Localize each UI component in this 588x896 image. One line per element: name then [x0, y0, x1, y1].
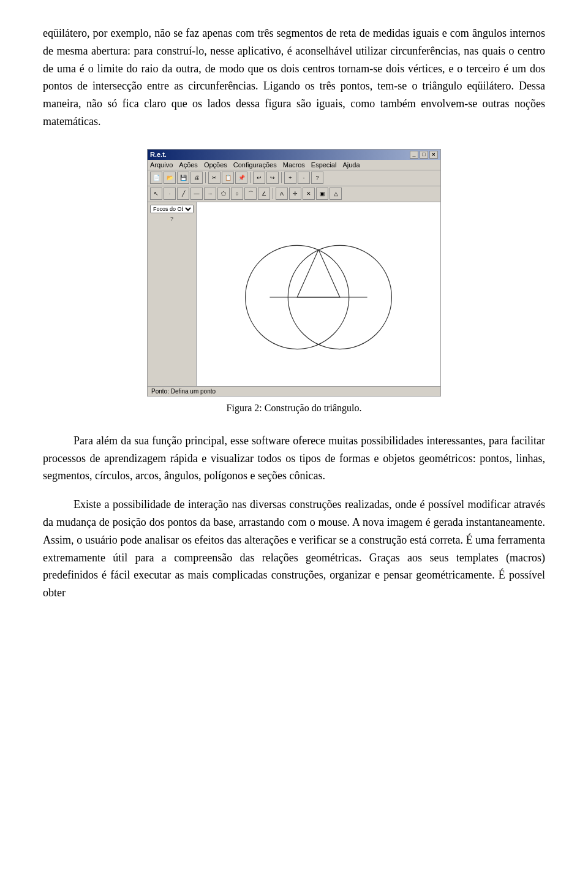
object-focus-select[interactable]: Focos do Objeto — [150, 205, 194, 213]
toolbar-btn-triangle[interactable]: △ — [330, 188, 342, 200]
toolbar-btn-save[interactable]: 💾 — [177, 172, 189, 184]
toolbar-btn-paste[interactable]: 📌 — [235, 172, 247, 184]
app-menu-bar: Arquivo Ações Opções Configurações Macro… — [148, 160, 440, 170]
toolbar-btn-redo[interactable]: ↪ — [266, 172, 279, 184]
toolbar-btn-circle[interactable]: ○ — [231, 188, 243, 200]
maximize-button[interactable]: □ — [420, 151, 428, 159]
app-title-bar: R.e.t. _ □ × — [148, 150, 440, 160]
toolbar-row-1: 📄 📂 💾 🖨 ✂ 📋 📌 ↩ ↪ + - ? — [148, 170, 440, 186]
close-button[interactable]: × — [429, 151, 438, 159]
toolbar-btn-arc[interactable]: ⌒ — [244, 188, 257, 200]
toolbar-btn-angle[interactable]: ∠ — [258, 188, 270, 200]
figure-2: R.e.t. _ □ × Arquivo Ações Opções Config… — [147, 149, 441, 414]
toolbar-btn-delete[interactable]: ✕ — [303, 188, 315, 200]
paragraph-3: Existe a possibilidade de interação nas … — [43, 496, 545, 602]
menu-ajuda[interactable]: Ajuda — [342, 161, 360, 169]
toolbar-btn-polygon[interactable]: ⬠ — [217, 188, 230, 200]
paragraph-2: Para além da sua função principal, esse … — [43, 432, 545, 485]
app-title: R.e.t. — [150, 151, 167, 158]
title-bar-buttons: _ □ × — [410, 151, 438, 159]
sidebar-panel: Focos do Objeto ? — [148, 202, 197, 386]
app-body: Focos do Objeto ? — [148, 202, 440, 386]
toolbar-btn-text[interactable]: A — [276, 188, 288, 200]
toolbar-sep-2 — [250, 172, 251, 183]
menu-acoes[interactable]: Ações — [179, 161, 198, 169]
toolbar-sep-4 — [273, 188, 273, 199]
toolbar-btn-cut[interactable]: ✂ — [208, 172, 221, 184]
app-window: R.e.t. _ □ × Arquivo Ações Opções Config… — [147, 149, 441, 397]
toolbar-btn-ray[interactable]: → — [204, 188, 216, 200]
main-content: eqüilátero, por exemplo, não se faz apen… — [43, 25, 545, 602]
toolbar-btn-segment[interactable]: — — [190, 188, 203, 200]
minimize-button[interactable]: _ — [410, 151, 418, 159]
drawing-canvas[interactable] — [197, 202, 440, 386]
toolbar-sep-1 — [205, 172, 206, 183]
toolbar-row-2: ↖ · ╱ — → ⬠ ○ ⌒ ∠ A ✛ ✕ ▣ △ — [148, 186, 440, 202]
menu-configuracoes[interactable]: Configurações — [233, 161, 277, 169]
menu-arquivo[interactable]: Arquivo — [150, 161, 173, 169]
svg-marker-2 — [297, 249, 340, 297]
toolbar-btn-fill[interactable]: ▣ — [316, 188, 328, 200]
toolbar-btn-pointer[interactable]: ↖ — [150, 188, 162, 200]
toolbar-btn-undo[interactable]: ↩ — [253, 172, 265, 184]
menu-especial[interactable]: Especial — [311, 161, 337, 169]
toolbar-btn-zoom-out[interactable]: - — [298, 172, 310, 184]
menu-macros[interactable]: Macros — [283, 161, 305, 169]
toolbar-btn-zoom-in[interactable]: + — [284, 172, 296, 184]
toolbar-btn-help[interactable]: ? — [311, 172, 323, 184]
toolbar-btn-new[interactable]: 📄 — [150, 172, 162, 184]
toolbar-sep-3 — [281, 172, 282, 183]
figure-caption: Figura 2: Construção do triângulo. — [227, 403, 362, 414]
status-text: Ponto: Defina um ponto — [151, 388, 216, 395]
paragraph-1: eqüilátero, por exemplo, não se faz apen… — [43, 25, 545, 131]
status-bar: Ponto: Defina um ponto — [148, 386, 440, 396]
sidebar-hint: ? — [150, 216, 194, 222]
menu-opcoes[interactable]: Opções — [204, 161, 227, 169]
toolbar-btn-line[interactable]: ╱ — [177, 188, 189, 200]
toolbar-btn-open[interactable]: 📂 — [164, 172, 176, 184]
toolbar-btn-print[interactable]: 🖨 — [190, 172, 203, 184]
toolbar-btn-point[interactable]: · — [164, 188, 176, 200]
toolbar-btn-copy[interactable]: 📋 — [222, 172, 234, 184]
toolbar-btn-move[interactable]: ✛ — [289, 188, 301, 200]
